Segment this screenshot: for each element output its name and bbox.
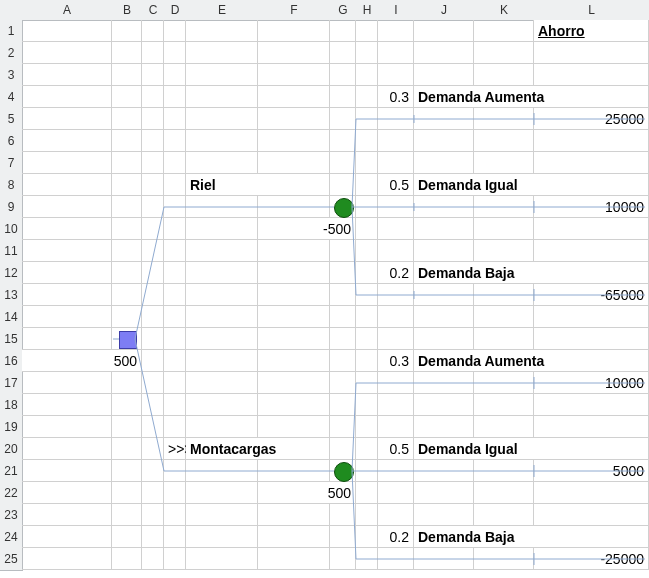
cell[interactable] xyxy=(112,548,142,570)
cell[interactable] xyxy=(22,196,112,218)
cell[interactable] xyxy=(378,394,414,416)
row-header-7[interactable]: 7 xyxy=(0,152,23,175)
cell[interactable] xyxy=(22,504,112,526)
cell[interactable] xyxy=(258,108,330,130)
row-header-14[interactable]: 14 xyxy=(0,306,23,329)
cell[interactable] xyxy=(474,328,534,350)
cell[interactable] xyxy=(474,394,534,416)
cell[interactable] xyxy=(330,130,356,152)
cell[interactable] xyxy=(112,130,142,152)
cell[interactable] xyxy=(22,152,112,174)
cell[interactable] xyxy=(112,372,142,394)
cell[interactable] xyxy=(22,174,112,196)
cell[interactable] xyxy=(186,460,258,482)
col-header-E[interactable]: E xyxy=(186,0,259,21)
cell[interactable] xyxy=(142,240,164,262)
cell[interactable] xyxy=(474,218,534,240)
cell[interactable] xyxy=(22,394,112,416)
cell[interactable] xyxy=(414,64,474,86)
cell[interactable] xyxy=(164,174,186,196)
col-header-J[interactable]: J xyxy=(414,0,475,21)
cell[interactable] xyxy=(142,394,164,416)
cell[interactable] xyxy=(258,526,330,548)
cell[interactable] xyxy=(378,42,414,64)
cell[interactable] xyxy=(142,218,164,240)
cell[interactable] xyxy=(356,438,378,460)
cell[interactable] xyxy=(474,130,534,152)
cell[interactable] xyxy=(186,108,258,130)
cell[interactable] xyxy=(474,548,534,570)
cell[interactable] xyxy=(378,416,414,438)
cell[interactable] xyxy=(378,328,414,350)
row-header-17[interactable]: 17 xyxy=(0,372,23,395)
cell[interactable] xyxy=(474,108,534,130)
cell[interactable] xyxy=(142,174,164,196)
cell[interactable] xyxy=(186,526,258,548)
cell[interactable] xyxy=(356,86,378,108)
row-header-21[interactable]: 21 xyxy=(0,460,23,483)
cell[interactable] xyxy=(534,306,649,328)
cell[interactable] xyxy=(378,548,414,570)
cell[interactable] xyxy=(142,20,164,42)
cell[interactable] xyxy=(378,196,414,218)
cell[interactable] xyxy=(378,218,414,240)
cell[interactable] xyxy=(142,460,164,482)
cell[interactable] xyxy=(414,372,474,394)
cell[interactable] xyxy=(22,438,112,460)
cell[interactable] xyxy=(164,504,186,526)
cell[interactable] xyxy=(258,350,330,372)
cell[interactable] xyxy=(356,152,378,174)
cell[interactable] xyxy=(22,460,112,482)
cell[interactable] xyxy=(142,42,164,64)
cell[interactable] xyxy=(474,42,534,64)
cell[interactable] xyxy=(474,240,534,262)
cell[interactable] xyxy=(356,130,378,152)
cell[interactable] xyxy=(258,328,330,350)
cell[interactable] xyxy=(258,20,330,42)
cell[interactable] xyxy=(474,306,534,328)
cell[interactable] xyxy=(258,42,330,64)
cell[interactable] xyxy=(474,482,534,504)
cell[interactable] xyxy=(186,548,258,570)
cell[interactable] xyxy=(258,64,330,86)
cell[interactable] xyxy=(330,284,356,306)
cell[interactable] xyxy=(258,416,330,438)
col-header-I[interactable]: I xyxy=(378,0,415,21)
row-header-8[interactable]: 8 xyxy=(0,174,23,197)
cell[interactable] xyxy=(164,196,186,218)
col-header-H[interactable]: H xyxy=(356,0,379,21)
cell[interactable] xyxy=(164,394,186,416)
row-header-16[interactable]: 16 xyxy=(0,350,23,373)
cell[interactable] xyxy=(378,306,414,328)
cell[interactable] xyxy=(22,306,112,328)
cell[interactable] xyxy=(258,152,330,174)
cell[interactable] xyxy=(330,42,356,64)
cell[interactable] xyxy=(142,130,164,152)
cell[interactable] xyxy=(356,174,378,196)
cell[interactable] xyxy=(112,460,142,482)
cell[interactable] xyxy=(534,416,649,438)
cell[interactable] xyxy=(22,262,112,284)
cell[interactable] xyxy=(414,196,474,218)
cell[interactable] xyxy=(164,20,186,42)
cell[interactable] xyxy=(142,284,164,306)
cell[interactable] xyxy=(142,438,164,460)
cell[interactable] xyxy=(186,306,258,328)
cell[interactable] xyxy=(414,42,474,64)
cell[interactable] xyxy=(414,328,474,350)
cell[interactable] xyxy=(186,416,258,438)
cell[interactable] xyxy=(330,64,356,86)
cell[interactable] xyxy=(112,108,142,130)
cell[interactable] xyxy=(356,548,378,570)
cell[interactable] xyxy=(356,306,378,328)
cell[interactable] xyxy=(474,504,534,526)
cell[interactable] xyxy=(164,460,186,482)
cell[interactable] xyxy=(22,20,112,42)
cell[interactable] xyxy=(356,218,378,240)
cell[interactable] xyxy=(164,526,186,548)
cell[interactable] xyxy=(474,372,534,394)
cell[interactable] xyxy=(164,350,186,372)
row-header-13[interactable]: 13 xyxy=(0,284,23,307)
cell[interactable] xyxy=(142,416,164,438)
cell[interactable] xyxy=(164,42,186,64)
